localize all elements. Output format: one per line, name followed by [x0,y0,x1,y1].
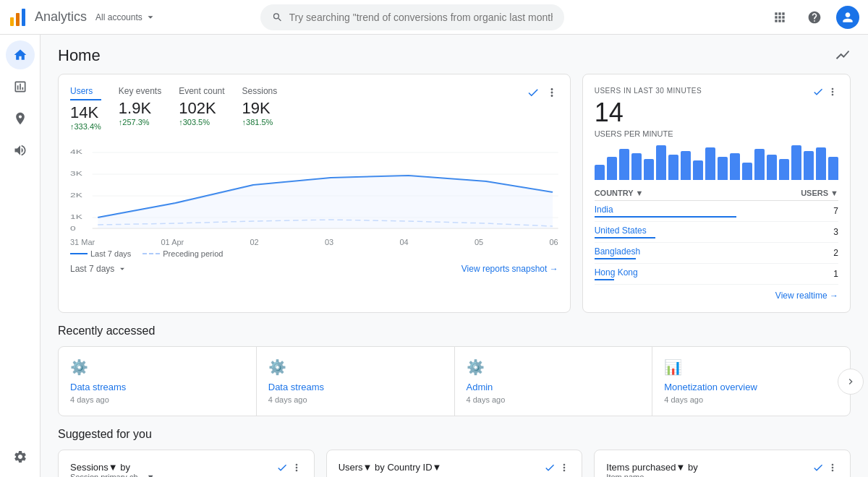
metric-users[interactable]: Users 14K ↑333.4% [70,86,101,131]
sidebar-item-settings[interactable] [6,442,35,471]
recent-next-button[interactable] [838,369,864,395]
search-input[interactable] [289,12,553,23]
date-filter[interactable]: Last 7 days [70,264,127,274]
metric-sessions-change: ↑381.5% [242,118,278,126]
svg-rect-1 [16,13,20,26]
country-col-header[interactable]: COUNTRY ▼ [595,186,736,201]
recent-icon-3: 📊 [664,358,838,376]
suggested-more-2[interactable] [827,462,838,473]
suggested-subtitle-2: Item name [606,473,697,477]
svg-text:0: 0 [70,225,76,232]
explore-icon [13,111,27,126]
recent-time-0: 4 days ago [70,395,244,404]
bar [668,155,678,180]
svg-text:1K: 1K [70,213,82,220]
account-selector[interactable]: All accounts [95,12,156,22]
metric-event-count-change: ↑303.5% [179,118,224,126]
bar [730,153,740,180]
home-icon [13,48,27,62]
suggested-check-2 [812,462,824,473]
recent-item-1[interactable]: ⚙️ Data streams 4 days ago [257,347,455,416]
recently-accessed-wrapper: ⚙️ Data streams 4 days ago ⚙️ Data strea… [58,346,851,416]
search-bar[interactable] [260,4,564,30]
search-icon [272,12,283,23]
help-icon-btn[interactable] [801,4,827,30]
view-reports-link[interactable]: View reports snapshot → [461,264,558,274]
suggested-title-0: Sessions▼ by Session primary ch... ▼ [70,462,155,477]
recent-name-0: Data streams [70,382,244,392]
svg-marker-13 [98,176,553,228]
top-cards-row: Users 14K ↑333.4% Key events 1.9K ↑257.3… [58,74,851,313]
recent-item-0[interactable]: ⚙️ Data streams 4 days ago [59,347,257,416]
customize-icon[interactable] [835,47,851,65]
bar [791,145,801,180]
bar [742,163,752,180]
metric-sessions[interactable]: Sessions 19K ↑381.5% [242,86,278,131]
bar [681,151,691,180]
apps-icon [773,10,787,25]
realtime-bar-chart [595,144,838,180]
recent-item-2[interactable]: ⚙️ Admin 4 days ago [455,347,653,416]
reports-icon [13,80,27,94]
apps-icon-btn[interactable] [767,4,793,30]
recent-name-3: Monetization overview [664,382,838,392]
analytics-logo-icon [9,7,29,27]
recently-accessed-title: Recently accessed [58,325,851,338]
realtime-footer: View realtime → [595,291,838,301]
avatar-icon [841,10,855,25]
realtime-count: 14 [595,98,838,128]
chart-legend: Last 7 days Preceding period [70,249,558,258]
suggested-more-0[interactable] [291,462,302,473]
suggested-grid: Sessions▼ by Session primary ch... ▼ [58,450,851,477]
suggested-card-0: Sessions▼ by Session primary ch... ▼ [58,450,315,477]
realtime-more-icon[interactable] [827,86,838,98]
svg-text:3K: 3K [70,170,82,177]
sidebar-item-explore[interactable] [6,104,35,133]
page-header: Home [58,35,851,74]
country-table: COUNTRY ▼ USERS ▼ India 7 United States … [595,186,838,285]
metric-sessions-label: Sessions [242,86,278,96]
recent-item-3[interactable]: 📊 Monetization overview 4 days ago [652,347,850,416]
bar [828,157,838,180]
metric-users-value: 14K [70,103,101,122]
stats-card-footer: Last 7 days View reports snapshot → [70,264,558,274]
metric-key-events[interactable]: Key events 1.9K ↑257.3% [119,86,161,131]
users-col-header[interactable]: USERS ▼ [736,186,838,201]
more-icon[interactable] [545,86,558,99]
view-realtime-link[interactable]: View realtime → [775,291,838,301]
recent-name-1: Data streams [268,382,443,392]
sidebar-item-home[interactable] [6,40,35,69]
country-table-body: India 7 United States 3 Bangladesh 2 Hon… [595,201,838,285]
suggested-more-1[interactable] [558,462,570,473]
suggested-title-label-2[interactable]: Items purchased▼ by [606,462,697,473]
line-chart: 4K 3K 2K 1K 0 [70,145,558,232]
realtime-header-row: USERS IN LAST 30 MINUTES [595,86,838,98]
suggested-header-0: Sessions▼ by Session primary ch... ▼ [70,462,302,477]
recent-time-3: 4 days ago [664,395,838,404]
realtime-card: USERS IN LAST 30 MINUTES 14 USERS PER MI… [582,74,851,313]
nav-right [767,4,859,30]
suggested-title-label-1[interactable]: Users▼ by Country ID▼ [339,462,442,473]
suggested-title: Suggested for you [58,428,851,441]
legend-compare: Preceding period [142,249,223,258]
sidebar-item-advertising[interactable] [6,136,35,165]
sidebar [0,35,41,477]
bar [693,160,703,180]
svg-rect-0 [10,17,14,26]
user-avatar[interactable] [836,6,859,29]
metric-event-count[interactable]: Event count 102K ↑303.5% [179,86,224,131]
sidebar-item-reports[interactable] [6,72,35,101]
table-row: United States 3 [595,222,838,243]
bar [644,159,654,180]
app-logo[interactable]: Analytics [9,7,87,27]
suggested-section: Suggested for you Sessions▼ by Session p… [58,428,851,477]
app-title: Analytics [35,9,87,25]
suggested-subtitle-0[interactable]: Session primary ch... ▼ [70,473,155,477]
account-name: All accounts [95,12,142,22]
suggested-actions-2 [812,462,838,473]
date-filter-chevron [117,264,127,274]
bar [705,147,715,180]
suggested-title-label-0[interactable]: Sessions▼ by [70,462,155,473]
compare-icon[interactable] [527,86,540,99]
suggested-header-2: Items purchased▼ by Item name [606,462,838,477]
